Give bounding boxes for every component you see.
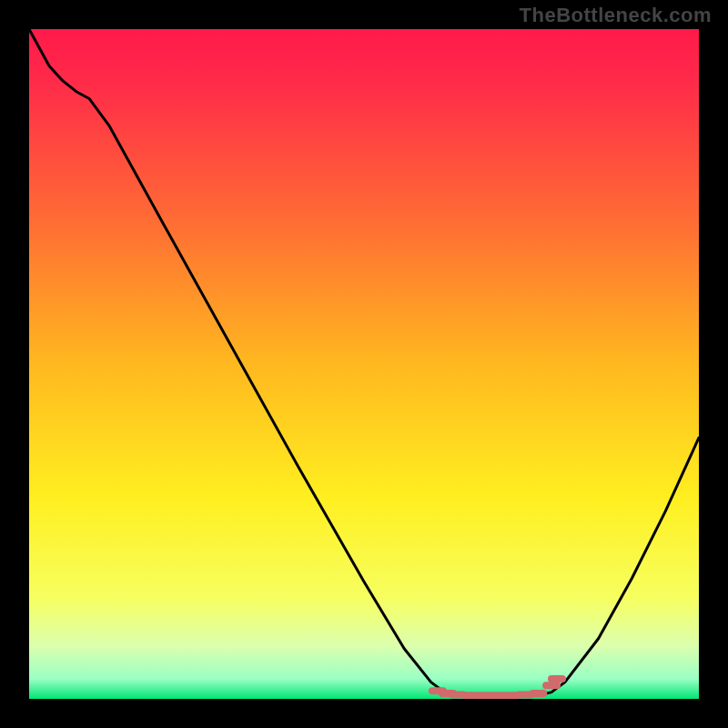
gradient-background <box>29 29 699 699</box>
chart-frame: TheBottleneck.com <box>0 0 728 728</box>
plot-area <box>29 29 699 699</box>
watermark-text: TheBottleneck.com <box>520 4 712 27</box>
chart-svg <box>29 29 699 699</box>
